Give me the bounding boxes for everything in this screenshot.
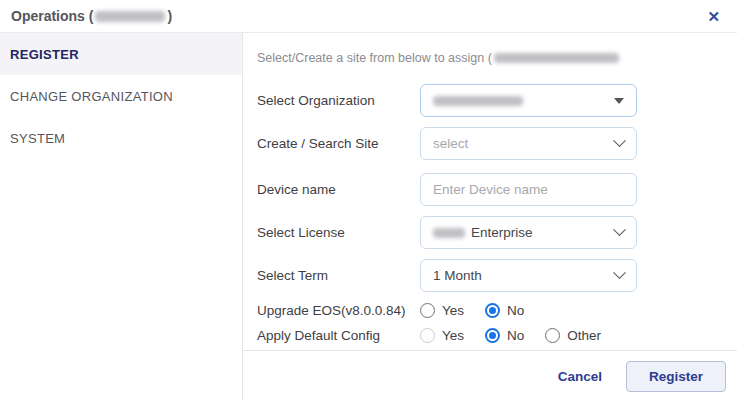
device-name-input[interactable] [433, 174, 624, 205]
dialog-title-prefix: Operations ( [11, 8, 93, 24]
sidebar: REGISTER CHANGE ORGANIZATION SYSTEM [0, 33, 243, 401]
dialog-footer: Cancel Register [243, 350, 737, 401]
apply-default-config-yes-label: Yes [442, 328, 464, 343]
apply-default-config-option-other[interactable]: Other [545, 328, 601, 343]
select-term-label: Select Term [257, 268, 420, 283]
create-search-site-label: Create / Search Site [257, 136, 420, 151]
license-value: Enterprise [471, 225, 533, 240]
dialog-header: Operations () ✕ [0, 0, 737, 33]
redacted-license-prefix [433, 228, 465, 238]
apply-default-config-option-no[interactable]: No [485, 328, 524, 343]
cancel-button[interactable]: Cancel [558, 369, 602, 384]
row-apply-default-config: Apply Default Config Yes No Other [257, 326, 737, 344]
dialog-title: Operations () [11, 8, 172, 24]
dialog-title-suffix: ) [167, 8, 172, 24]
chevron-down-icon [613, 223, 626, 236]
row-device-name: Device name [257, 173, 737, 206]
register-button[interactable]: Register [626, 361, 726, 392]
sidebar-item-system[interactable]: SYSTEM [0, 117, 242, 159]
upgrade-eos-option-yes[interactable]: Yes [420, 303, 464, 318]
sidebar-item-register[interactable]: REGISTER [0, 33, 242, 75]
create-search-site-dropdown[interactable]: select [420, 127, 637, 160]
row-create-search-site: Create / Search Site select [257, 127, 737, 160]
row-upgrade-eos: Upgrade EOS(v8.0.0.84) Yes No [257, 301, 737, 319]
row-select-license: Select License Enterprise [257, 216, 737, 249]
select-license-label: Select License [257, 225, 420, 240]
redacted-device-id-inline [494, 53, 619, 63]
radio-checked-icon[interactable] [485, 328, 500, 343]
row-select-organization: Select Organization [257, 84, 737, 117]
operations-dialog: Operations () ✕ REGISTER CHANGE ORGANIZA… [0, 0, 737, 401]
radio-unchecked-icon[interactable] [545, 328, 560, 343]
term-value: 1 Month [433, 268, 482, 283]
site-placeholder: select [433, 136, 468, 151]
upgrade-eos-option-no[interactable]: No [485, 303, 524, 318]
redacted-organization-value [433, 96, 523, 106]
select-organization-label: Select Organization [257, 93, 420, 108]
intro-text-prefix: Select/Create a site from below to assig… [257, 51, 492, 65]
upgrade-eos-no-label: No [507, 303, 524, 318]
intro-text: Select/Create a site from below to assig… [257, 50, 737, 66]
device-name-label: Device name [257, 182, 420, 197]
radio-disabled-icon [420, 328, 435, 343]
apply-default-config-option-yes[interactable]: Yes [420, 328, 464, 343]
select-organization-dropdown[interactable] [420, 84, 637, 117]
caret-down-icon [614, 98, 624, 104]
dialog-body: REGISTER CHANGE ORGANIZATION SYSTEM Sele… [0, 33, 737, 401]
radio-checked-icon[interactable] [485, 303, 500, 318]
device-name-field-wrap [420, 173, 637, 206]
radio-unchecked-icon[interactable] [420, 303, 435, 318]
register-panel: Select/Create a site from below to assig… [243, 33, 737, 401]
close-icon[interactable]: ✕ [703, 7, 724, 26]
apply-default-config-other-label: Other [567, 328, 601, 343]
row-select-term: Select Term 1 Month [257, 259, 737, 292]
sidebar-item-change-organization[interactable]: CHANGE ORGANIZATION [0, 75, 242, 117]
redacted-device-id [95, 11, 165, 22]
select-term-dropdown[interactable]: 1 Month [420, 259, 637, 292]
upgrade-eos-yes-label: Yes [442, 303, 464, 318]
chevron-down-icon [613, 266, 626, 279]
upgrade-eos-label: Upgrade EOS(v8.0.0.84) [257, 303, 420, 318]
apply-default-config-no-label: No [507, 328, 524, 343]
apply-default-config-label: Apply Default Config [257, 328, 420, 343]
select-license-dropdown[interactable]: Enterprise [420, 216, 637, 249]
chevron-down-icon [613, 134, 626, 147]
